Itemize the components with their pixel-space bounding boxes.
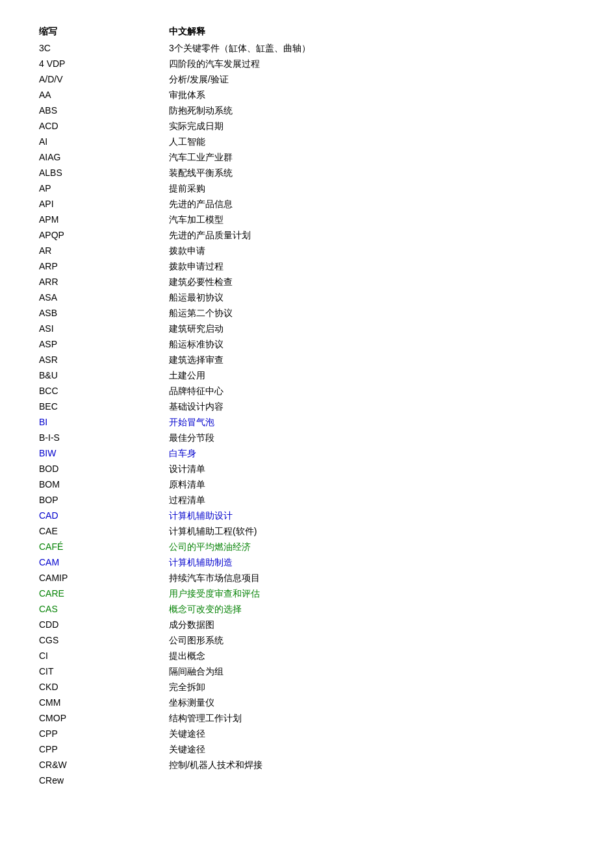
table-header: 缩写 中文解释 [39, 26, 575, 38]
abbr-cell: ALBS [39, 166, 169, 180]
table-row: CMM 坐标测量仪 [39, 696, 575, 710]
desc-cell: 坐标测量仪 [169, 696, 575, 710]
table-row: CAM 计算机辅助制造 [39, 556, 575, 569]
desc-cell: 关键途径 [169, 743, 575, 756]
desc-cell: 分析/发展/验证 [169, 73, 575, 86]
table-row: CDD 成分数据图 [39, 618, 575, 632]
desc-cell [169, 774, 575, 787]
table-row: ASR 建筑选择审查 [39, 353, 575, 367]
table-row: AP 提前采购 [39, 182, 575, 195]
header-desc: 中文解释 [169, 26, 575, 38]
table-row: ASP 船运标准协议 [39, 338, 575, 351]
table-row: B&U 土建公用 [39, 369, 575, 382]
abbr-cell: ABS [39, 104, 169, 118]
table-row: ASI 建筑研究启动 [39, 322, 575, 336]
desc-cell: 公司的平均燃油经济 [169, 540, 575, 554]
desc-cell: 关键途径 [169, 727, 575, 741]
table-row: APQP 先进的产品质量计划 [39, 229, 575, 242]
abbr-cell: CMM [39, 696, 169, 710]
desc-cell: 原料清单 [169, 478, 575, 491]
table-row: AIAG 汽车工业产业群 [39, 151, 575, 164]
table-row: ARP 拨款申请过程 [39, 260, 575, 273]
desc-cell: 汽车工业产业群 [169, 151, 575, 164]
desc-cell: 品牌特征中心 [169, 384, 575, 398]
abbr-cell: BIW [39, 447, 169, 460]
table-row: CPP 关键途径 [39, 743, 575, 756]
abbr-cell: APQP [39, 229, 169, 242]
table-row: BOM 原料清单 [39, 478, 575, 491]
desc-cell: 人工智能 [169, 135, 575, 149]
abbr-cell: CGS [39, 634, 169, 647]
desc-cell: 四阶段的汽车发展过程 [169, 57, 575, 71]
abbr-cell: CMOP [39, 712, 169, 725]
desc-cell: 控制/机器人技术和焊接 [169, 758, 575, 772]
abbr-cell: B&U [39, 369, 169, 382]
abbr-cell: CAD [39, 509, 169, 523]
table-row: B-I-S 最佳分节段 [39, 431, 575, 445]
desc-cell: 隔间融合为组 [169, 665, 575, 678]
abbr-cell: APM [39, 213, 169, 227]
desc-cell: 计算机辅助设计 [169, 509, 575, 523]
desc-cell: 实际完成日期 [169, 119, 575, 133]
desc-cell: 拨款申请 [169, 244, 575, 258]
table-row: CAD 计算机辅助设计 [39, 509, 575, 523]
abbr-cell: ARP [39, 260, 169, 273]
table-row: AI 人工智能 [39, 135, 575, 149]
table-row: 3C 3个关键零件（缸体、缸盖、曲轴） [39, 42, 575, 55]
desc-cell: 基础设计内容 [169, 400, 575, 414]
abbr-cell: CPP [39, 743, 169, 756]
abbr-cell: AIAG [39, 151, 169, 164]
desc-cell: 防抱死制动系统 [169, 104, 575, 118]
desc-cell: 概念可改变的选择 [169, 602, 575, 616]
abbr-cell: CAS [39, 602, 169, 616]
abbr-cell: CIT [39, 665, 169, 678]
table-row: BEC 基础设计内容 [39, 400, 575, 414]
desc-cell: 建筑研究启动 [169, 322, 575, 336]
abbr-cell: AI [39, 135, 169, 149]
table-row: A/D/V 分析/发展/验证 [39, 73, 575, 86]
desc-cell: 计算机辅助制造 [169, 556, 575, 569]
desc-cell: 持续汽车市场信息项目 [169, 571, 575, 585]
desc-cell: 提前采购 [169, 182, 575, 195]
desc-cell: 装配线平衡系统 [169, 166, 575, 180]
desc-cell: 最佳分节段 [169, 431, 575, 445]
abbr-cell: ACD [39, 119, 169, 133]
abbr-cell: CAM [39, 556, 169, 569]
desc-cell: 船运最初协议 [169, 291, 575, 304]
table-row: ABS 防抱死制动系统 [39, 104, 575, 118]
abbr-cell: BEC [39, 400, 169, 414]
table-row: BI 开始冒气泡 [39, 415, 575, 429]
desc-cell: 先进的产品信息 [169, 197, 575, 211]
table-row: CAS 概念可改变的选择 [39, 602, 575, 616]
desc-cell: 船运第二个协议 [169, 306, 575, 320]
table-row: ALBS 装配线平衡系统 [39, 166, 575, 180]
desc-cell: 拨款申请过程 [169, 260, 575, 273]
table-row: APM 汽车加工模型 [39, 213, 575, 227]
abbr-cell: A/D/V [39, 73, 169, 86]
desc-cell: 船运标准协议 [169, 338, 575, 351]
abbr-cell: ASI [39, 322, 169, 336]
desc-cell: 公司图形系统 [169, 634, 575, 647]
abbr-cell: ASA [39, 291, 169, 304]
abbr-cell: 4 VDP [39, 57, 169, 71]
table-row: ARR 建筑必要性检查 [39, 275, 575, 289]
table-row: API 先进的产品信息 [39, 197, 575, 211]
desc-cell: 白车身 [169, 447, 575, 460]
abbr-cell: 3C [39, 42, 169, 55]
table-row: CAFÉ 公司的平均燃油经济 [39, 540, 575, 554]
table-row: BCC 品牌特征中心 [39, 384, 575, 398]
table-row: CARE 用户接受度审查和评估 [39, 587, 575, 601]
desc-cell: 土建公用 [169, 369, 575, 382]
desc-cell: 先进的产品质量计划 [169, 229, 575, 242]
abbr-cell: BOM [39, 478, 169, 491]
abbr-cell: AP [39, 182, 169, 195]
table-row: BOD 设计清单 [39, 462, 575, 476]
table-row: AR 拨款申请 [39, 244, 575, 258]
desc-cell: 设计清单 [169, 462, 575, 476]
abbr-cell: CRew [39, 774, 169, 787]
table-row: CMOP 结构管理工作计划 [39, 712, 575, 725]
abbr-cell: ARR [39, 275, 169, 289]
desc-cell: 提出概念 [169, 649, 575, 663]
abbr-cell: CAE [39, 525, 169, 538]
table-row: CGS 公司图形系统 [39, 634, 575, 647]
